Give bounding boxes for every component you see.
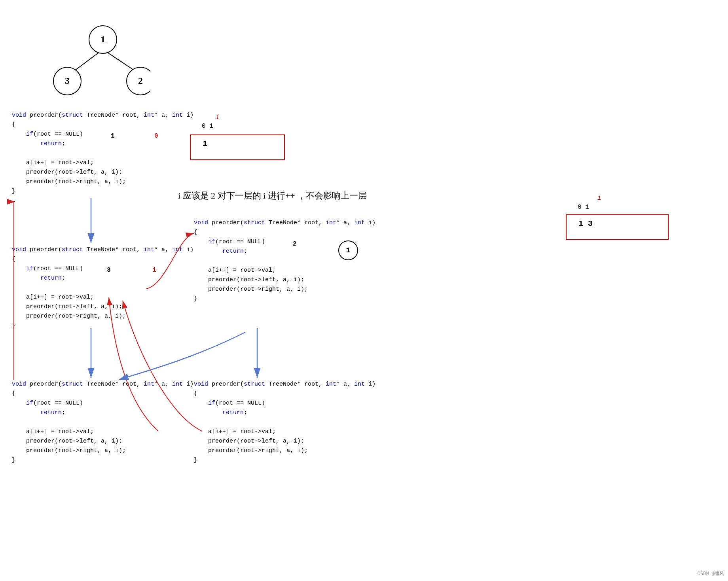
annotation-block3-num1: 2 xyxy=(293,240,297,248)
svg-text:2: 2 xyxy=(138,76,143,86)
tree-diagram: 1 3 2 xyxy=(24,12,150,101)
svg-text:3: 3 xyxy=(65,76,70,86)
red-box-2: 1 3 xyxy=(566,214,669,240)
watermark: CSDN @睡风 xyxy=(698,570,724,577)
code-block-5: void preorder(struct TreeNode* root, int… xyxy=(194,380,375,465)
annotation-block2-num1: 3 xyxy=(107,267,111,274)
code-block-3: void preorder(struct TreeNode* root, int… xyxy=(194,218,375,304)
circle-node-1: 1 xyxy=(338,240,358,260)
i-label-2: i xyxy=(597,195,601,202)
index-row-2: 0 1 xyxy=(578,204,589,211)
svg-text:1: 1 xyxy=(100,34,105,44)
explanation-text: i 应该是 2 对下一层的 i 进行++ ，不会影响上一层 xyxy=(178,190,367,202)
code-block-2: void preorder(struct TreeNode* root, int… xyxy=(12,245,193,331)
annotation-block1-num1: 1 xyxy=(111,132,115,140)
code-block-1: void preorder(struct TreeNode* root, int… xyxy=(12,111,193,196)
index-row-1: 0 1 xyxy=(202,123,213,130)
annotation-block2-num2: 1 xyxy=(152,267,156,274)
page-container: 1 3 2 void preorder(struct TreeNode* roo… xyxy=(0,0,728,581)
i-label-1: i xyxy=(216,114,220,121)
annotation-block1-num2: 0 xyxy=(154,132,158,140)
svg-line-0 xyxy=(71,49,103,73)
red-box-1: 1 xyxy=(190,134,285,160)
code-block-4: void preorder(struct TreeNode* root, int… xyxy=(12,380,193,465)
